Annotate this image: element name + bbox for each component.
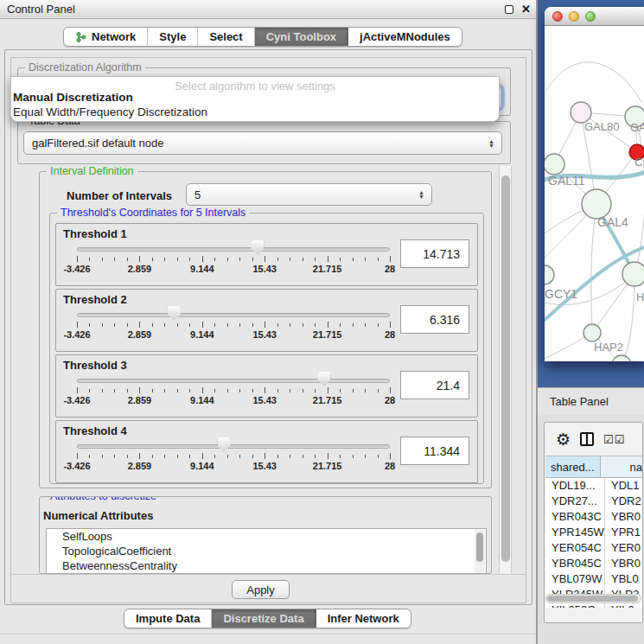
tick: [139, 322, 140, 328]
table-panel-titlebar: Table Panel: [538, 387, 644, 415]
threshold-1-slider-handle[interactable]: [251, 240, 264, 255]
tab-jactivemnodules[interactable]: jActiveMNodules: [348, 28, 462, 46]
cell-shared-name[interactable]: YBL079W: [545, 571, 605, 587]
network-canvas[interactable]: GAL80 GA C GAL11 GAL4 GCY1 H HAP2: [545, 26, 644, 361]
threshold-2-slider-track[interactable]: [77, 313, 390, 317]
node-label-ga: GA: [630, 121, 644, 134]
minimize-traffic-light-icon[interactable]: [569, 11, 579, 22]
threshold-4-slider-handle[interactable]: [218, 437, 231, 452]
number-of-intervals-combo[interactable]: 5 ▲▼: [186, 183, 432, 206]
popup-option-manual[interactable]: Manual Discretization: [13, 91, 133, 104]
node-gal11[interactable]: [545, 154, 564, 175]
cell-name[interactable]: YBR0: [605, 509, 642, 525]
node-label-hap2: HAP2: [594, 341, 623, 354]
apply-button[interactable]: Apply: [232, 580, 290, 599]
cell-name[interactable]: YBR0: [605, 556, 642, 571]
tab-select[interactable]: Select: [198, 28, 254, 46]
tab-infer-network[interactable]: Infer Network: [316, 609, 411, 628]
cell-shared-name[interactable]: YDL19...: [545, 478, 605, 494]
cell-shared-name[interactable]: YER054C: [545, 540, 605, 556]
tick: [127, 455, 128, 458]
cell-name[interactable]: YDR2: [605, 494, 642, 509]
tab-network[interactable]: Network: [64, 28, 148, 46]
tick-label: 9.144: [190, 461, 214, 471]
threshold-2-value-field[interactable]: 6.316: [400, 305, 469, 334]
table-row[interactable]: YER054CYER0: [545, 540, 642, 556]
tick: [164, 323, 165, 327]
zoom-traffic-light-icon[interactable]: [585, 11, 596, 22]
close-icon[interactable]: ✕: [521, 5, 531, 14]
table-row[interactable]: YBR043CYBR0: [545, 509, 642, 525]
table-panel-toolbar: ⚙ ☑☑: [545, 423, 642, 456]
popup-option-equal-width[interactable]: Equal Width/Frequency Discretization: [13, 105, 207, 118]
tick: [89, 323, 90, 327]
node-gal4[interactable]: [582, 189, 611, 219]
column-header-shared-name[interactable]: shared...: [545, 456, 601, 477]
tick: [328, 453, 328, 459]
cell-name[interactable]: YER0: [605, 540, 642, 556]
split-view-icon[interactable]: [580, 432, 594, 446]
numerical-attributes-list[interactable]: SelfLoopsTopologicalCoefficientBetweenne…: [46, 528, 487, 574]
cell-name[interactable]: YPR1: [605, 525, 642, 540]
table-row[interactable]: YDL19...YDL1: [545, 478, 642, 494]
threshold-1-slider-track[interactable]: [77, 247, 390, 252]
attribute-list-item[interactable]: BetweennessCentrality: [47, 558, 486, 573]
column-header-name[interactable]: na: [601, 456, 642, 477]
threshold-4-value-field[interactable]: 11.344: [400, 437, 469, 465]
tick: [340, 323, 341, 327]
attribute-list-item[interactable]: TopologicalCoefficient: [47, 544, 486, 558]
gear-icon[interactable]: ⚙: [556, 431, 571, 448]
table-horizontal-scrollbar[interactable]: [545, 594, 641, 603]
cell-shared-name[interactable]: YPR145W: [545, 525, 605, 540]
network-window: GAL80 GA C GAL11 GAL4 GCY1 H HAP2: [545, 7, 644, 361]
scroll-thumb[interactable]: [501, 175, 510, 562]
tab-impute-data[interactable]: Impute Data: [124, 609, 212, 628]
cell-shared-name[interactable]: YDR27...: [545, 494, 605, 509]
node-gcy1[interactable]: [545, 265, 554, 284]
node-partial[interactable]: [612, 355, 631, 361]
cell-shared-name[interactable]: YBR045C: [545, 556, 605, 571]
tick-label: -3.426: [63, 395, 90, 405]
threshold-3-slider-handle[interactable]: [317, 372, 330, 386]
tick-label: 21.715: [313, 329, 342, 340]
tick: [227, 323, 228, 327]
table-row[interactable]: YBR045CYBR0: [545, 556, 642, 571]
tick: [303, 258, 303, 261]
form-vertical-scrollbar[interactable]: [499, 166, 512, 574]
threshold-1-value-field[interactable]: 14.713: [400, 239, 469, 268]
node-hap2[interactable]: [583, 324, 601, 341]
float-panel-icon[interactable]: [505, 5, 513, 14]
cell-name[interactable]: YBL0: [605, 571, 642, 587]
table-data-combo[interactable]: galFiltered.sif default node ▲▼: [23, 131, 502, 155]
tick: [202, 256, 203, 262]
threshold-3-slider-track[interactable]: [77, 379, 390, 383]
node-table: shared... na YDL19...YDL1YDR27...YDR2YBR…: [545, 456, 642, 608]
tab-style[interactable]: Style: [148, 28, 198, 46]
tick: [303, 455, 303, 458]
network-nodes[interactable]: [545, 102, 644, 361]
table-row[interactable]: YBL079WYBL0: [545, 571, 642, 587]
node-h[interactable]: [622, 262, 644, 286]
list-scrollbar[interactable]: [475, 530, 485, 574]
cell-name[interactable]: YDL1: [605, 478, 642, 494]
network-window-titlebar[interactable]: [545, 7, 644, 26]
table-row[interactable]: YPR145WYPR1: [545, 525, 642, 540]
close-traffic-light-icon[interactable]: [552, 11, 563, 22]
tick: [277, 389, 278, 392]
tick: [239, 455, 240, 458]
tick: [390, 322, 391, 328]
table-panel-title: Table Panel: [550, 395, 609, 408]
checkbox-icons[interactable]: ☑☑: [603, 433, 625, 446]
table-row[interactable]: YDR27...YDR2: [545, 494, 642, 509]
threshold-3-value-field[interactable]: 21.4: [400, 371, 469, 399]
scroll-thumb[interactable]: [547, 596, 638, 602]
threshold-2-slider-handle[interactable]: [168, 306, 181, 321]
threshold-4-slider-track[interactable]: [77, 444, 390, 449]
attribute-list-item[interactable]: SelfLoops: [47, 529, 486, 544]
tick-label: 15.43: [252, 264, 277, 274]
tab-discretize-data[interactable]: Discretize Data: [212, 609, 316, 628]
tick: [127, 323, 128, 327]
cell-shared-name[interactable]: YBR043C: [545, 509, 605, 525]
tab-cyni-toolbox[interactable]: Cyni Toolbox: [255, 28, 348, 46]
tick: [177, 455, 178, 458]
